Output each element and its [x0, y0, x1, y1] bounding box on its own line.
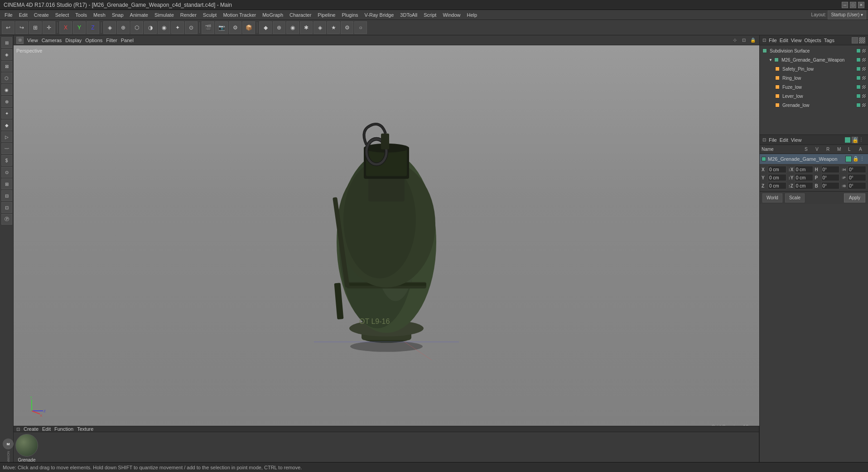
sa-h-input[interactable]: 0° [848, 166, 866, 173]
viewport-display-menu[interactable]: Display [65, 38, 82, 43]
menu-select[interactable]: Select [53, 11, 72, 19]
layout-dropdown[interactable]: Startup (User) ▾ [828, 10, 866, 19]
pos-z-input[interactable]: 0 cm [768, 182, 786, 189]
tree-item-ring-low[interactable]: Ring_low [760, 73, 868, 82]
viewport-panel-icon[interactable]: ⊡ [16, 37, 24, 44]
zaxis-button[interactable]: Z [87, 21, 99, 34]
viewport-view-menu[interactable]: View [27, 38, 38, 43]
menu-render[interactable]: Render [178, 11, 199, 19]
left-tool-12[interactable]: ⊙ [1, 167, 12, 178]
scale-button[interactable]: Scale [785, 193, 805, 202]
menu-window[interactable]: Window [440, 11, 463, 19]
left-tool-10[interactable]: 〰 [1, 143, 12, 154]
create-obj5[interactable]: ◈ [313, 21, 326, 34]
left-tool-4[interactable]: ⬡ [1, 72, 12, 83]
left-tool-14[interactable]: ⊟ [1, 190, 12, 201]
poly-selection[interactable]: ◑ [144, 21, 157, 34]
left-tool-3[interactable]: ⊠ [1, 61, 12, 72]
attr-file-menu[interactable]: File [769, 137, 777, 143]
undo-button[interactable]: ↩ [2, 21, 14, 34]
menu-simulate[interactable]: Simulate [152, 11, 177, 19]
left-tool-15[interactable]: ⊡ [1, 202, 12, 213]
viewport-lock-icon[interactable]: 🔒 [749, 37, 757, 44]
left-tool-5[interactable]: ◉ [1, 84, 12, 95]
rot-z-input[interactable]: 0 cm [795, 182, 813, 189]
apply-button[interactable]: Apply [844, 193, 865, 202]
om-view-menu[interactable]: View [791, 38, 802, 43]
create-obj3[interactable]: ◉ [286, 21, 299, 34]
menu-help[interactable]: Help [464, 11, 480, 19]
object-mode-button[interactable]: ⊞ [29, 21, 42, 34]
left-tool-8[interactable]: ◆ [1, 120, 12, 130]
tree-item-safety-pin[interactable]: Safety_Pin_low [760, 64, 868, 73]
obj-btn2[interactable]: ⋮ [860, 156, 866, 162]
menu-mograph[interactable]: MoGraph [260, 11, 286, 19]
left-tool-6[interactable]: ⊕ [1, 96, 12, 107]
create-obj6[interactable]: ★ [327, 21, 340, 34]
attr-selected-object-row[interactable]: M26_Grenade_Game_Weapon 🔒 ⋮ [760, 154, 868, 164]
tree-item-subdivision-surface[interactable]: Subdivision Surface [760, 46, 868, 55]
left-tool-16[interactable]: Ⓟ [1, 214, 12, 225]
menu-tools[interactable]: Tools [72, 11, 90, 19]
sa-b-input[interactable]: 0° [848, 182, 866, 189]
create-obj4[interactable]: ✱ [300, 21, 313, 34]
tree-item-grenade-low[interactable]: Grenade_low [760, 101, 868, 110]
live-selection[interactable]: ⊕ [117, 21, 130, 34]
menu-motion-tracker[interactable]: Motion Tracker [220, 11, 259, 19]
render-settings[interactable]: ⚙ [229, 21, 241, 34]
left-tool-1[interactable]: ⊞ [1, 37, 12, 48]
tree-item-lever-low[interactable]: Lever_low [760, 92, 868, 101]
selection6[interactable]: ⊙ [185, 21, 198, 34]
menu-3dtoall[interactable]: 3DToAll [397, 11, 420, 19]
create-obj1[interactable]: ◆ [259, 21, 272, 34]
h-input[interactable]: 0° [821, 166, 840, 173]
attr-lock-icon[interactable]: 🔒 [852, 137, 858, 143]
b-input[interactable]: 0° [821, 182, 840, 189]
tree-item-fuze-low[interactable]: Fuze_low [760, 82, 868, 92]
selection-tool[interactable]: ◈ [103, 21, 116, 34]
viewport-panel-menu[interactable]: Panel [121, 38, 134, 43]
om-search-icon[interactable] [852, 37, 858, 43]
close-button[interactable]: ✕ [858, 2, 864, 8]
render-to-picture-viewer[interactable]: 🎬 [202, 21, 214, 34]
create-obj7[interactable]: ⚙ [341, 21, 353, 34]
menu-script[interactable]: Script [421, 11, 439, 19]
menu-character[interactable]: Character [287, 11, 314, 19]
rect-selection[interactable]: ⬡ [130, 21, 143, 34]
om-objects-menu[interactable]: Objects [804, 38, 821, 43]
viewport-filter-menu[interactable]: Filter [106, 38, 117, 43]
loop-selection[interactable]: ◉ [158, 21, 170, 34]
sa-p-input[interactable]: 0° [848, 174, 866, 181]
maximize-button[interactable]: □ [850, 2, 856, 8]
render-in-viewport[interactable]: 📷 [215, 21, 228, 34]
menu-sculpt[interactable]: Sculpt [200, 11, 220, 19]
rot-x-input[interactable]: 0 cm [795, 166, 813, 173]
menu-edit[interactable]: Edit [16, 11, 30, 19]
left-tool-11[interactable]: $ [1, 155, 12, 166]
yaxis-button[interactable]: Y [73, 21, 86, 34]
mat-edit-menu[interactable]: Edit [42, 426, 51, 432]
create-obj8[interactable]: ○ [354, 21, 367, 34]
pos-y-input[interactable]: 0 cm [768, 174, 786, 181]
om-tags-menu[interactable]: Tags [824, 38, 834, 43]
viewport-3d[interactable]: Perspective [14, 45, 759, 431]
create-obj2[interactable]: ⊕ [273, 21, 285, 34]
om-file-menu[interactable]: File [769, 38, 777, 43]
move-tool[interactable]: ✛ [43, 21, 55, 34]
menu-create[interactable]: Create [31, 11, 52, 19]
rot-y-input[interactable]: 0 cm [795, 174, 813, 181]
material-item-grenade[interactable]: Grenade [15, 434, 38, 462]
menu-plugins[interactable]: Plugins [339, 11, 361, 19]
viewport-options-menu[interactable]: Options [85, 38, 102, 43]
om-view-icon[interactable] [859, 37, 865, 43]
render4[interactable]: 📦 [242, 21, 255, 34]
menu-file[interactable]: File [2, 11, 15, 19]
left-tool-2[interactable]: ◈ [1, 49, 12, 60]
left-tool-9[interactable]: ▷ [1, 131, 12, 142]
om-edit-menu[interactable]: Edit [780, 38, 788, 43]
mat-create-menu[interactable]: Create [24, 426, 39, 432]
left-tool-13[interactable]: ⊞ [1, 178, 12, 189]
viewport-nav-icon[interactable]: ⊹ [731, 37, 738, 44]
selection5[interactable]: ✦ [171, 21, 184, 34]
minimize-button[interactable]: ─ [842, 2, 848, 8]
